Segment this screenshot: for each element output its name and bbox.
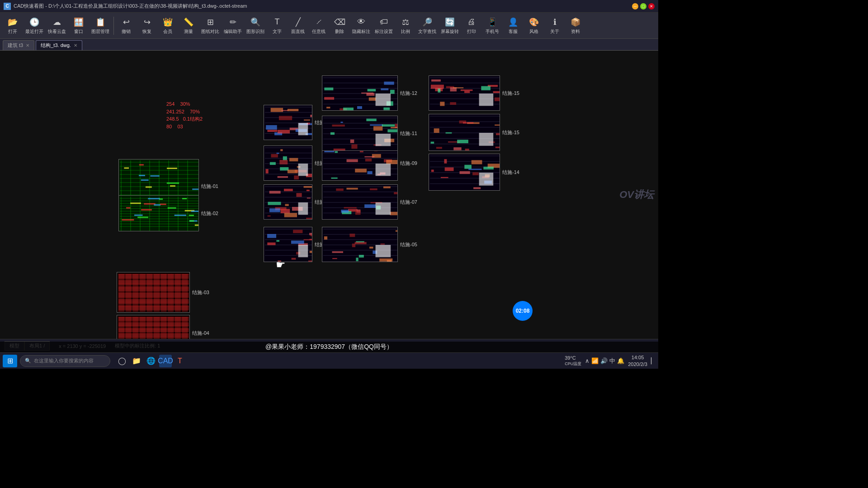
toolbar-item-undo[interactable]: ↩撤销 [116, 14, 136, 38]
toolbar-item-resources[interactable]: 📦资料 [566, 14, 585, 38]
info-line-4: 80 03 [166, 123, 203, 131]
svg-rect-64 [126, 207, 130, 209]
recent-icon: 🕒 [29, 17, 40, 28]
svg-rect-372 [472, 160, 482, 164]
svg-rect-233 [271, 108, 283, 112]
resources-label: 资料 [571, 28, 580, 35]
toolbar-item-recognize[interactable]: 🔍图形识别 [245, 14, 266, 38]
start-button[interactable]: ⊞ [3, 355, 17, 367]
toolbar-item-markset[interactable]: 🏷标注设置 [373, 14, 395, 38]
svg-rect-80 [195, 225, 198, 226]
toolbar-item-style[interactable]: 🎨风格 [524, 14, 544, 38]
tray-notification[interactable]: 🔔 [617, 357, 624, 364]
tab-jianzu[interactable]: 建筑 t3✕ [3, 40, 34, 50]
toolbar-item-compare[interactable]: ⊞图纸对比 [199, 14, 221, 38]
toolbar-item-print[interactable]: 🖨打印 [462, 14, 481, 38]
tray-expand[interactable]: ∧ [585, 357, 590, 364]
info-line-2: 241.252 70% [166, 108, 203, 116]
drawing-thumb-jiegou-07[interactable]: 结施-07 [322, 184, 398, 220]
drawing-thumb-jiegou-11[interactable]: 结施-11 [322, 116, 398, 151]
drawing-thumb-jiegou-15[interactable]: 结施-15 [429, 114, 500, 151]
ratio-icon: ⚖ [400, 17, 411, 28]
svg-rect-116 [118, 293, 189, 298]
toolbar-item-screenrot[interactable]: 🔄屏幕旋转 [439, 14, 461, 38]
svg-rect-301 [331, 178, 337, 179]
drawing-thumb-jiegou-14[interactable]: 结施-14 [429, 154, 500, 191]
toolbar-item-hidemark[interactable]: 👁隐藏标注 [350, 14, 372, 38]
erase-label: 删除 [335, 28, 344, 35]
anyline-label: 任意线 [312, 28, 326, 35]
taskbar-icon-files[interactable]: 📁 [130, 355, 143, 367]
vip-label: 会员 [163, 28, 172, 35]
svg-rect-338 [350, 140, 354, 143]
tray-volume[interactable]: 🔊 [600, 357, 608, 364]
svg-rect-326 [332, 125, 344, 127]
svg-rect-113 [118, 274, 189, 279]
drawing-thumb-jiegou-12[interactable]: 结施-12 [322, 75, 398, 111]
svg-rect-395 [496, 133, 500, 136]
tray-show-desktop[interactable]: ▏ [651, 357, 656, 364]
toolbar-item-window[interactable]: 🪟窗口 [69, 14, 89, 38]
app-logo-overlay: OV讲坛 [619, 188, 654, 202]
taskbar-icon-cortana[interactable]: ◯ [116, 355, 128, 367]
taskbar-icon-browser[interactable]: 🌐 [145, 355, 157, 367]
canvas-area[interactable]: 254 30% 241.252 70% 248.5 0.1结构2 80 03 ☛… [0, 51, 658, 339]
maximize-button[interactable]: □ [640, 3, 646, 9]
svg-rect-150 [118, 317, 189, 321]
drawing-content-jiegou-09 [322, 146, 397, 180]
toolbar-item-about[interactable]: ℹ关于 [545, 14, 565, 38]
tray-network[interactable]: 📶 [591, 357, 599, 364]
svg-rect-246 [288, 109, 298, 111]
taskbar-icon-text[interactable]: T [174, 355, 186, 367]
tab-close-jianzu[interactable]: ✕ [26, 43, 29, 48]
drawing-thumb-jiegou-02[interactable]: 结施-02 [118, 195, 199, 231]
close-button[interactable]: ✕ [648, 3, 655, 9]
drawing-content-jiegou-07 [322, 185, 397, 219]
svg-rect-213 [266, 169, 269, 174]
drawing-label-jiegou-05: 结施-05 [400, 241, 417, 248]
drawing-content-jiegou-05 [322, 227, 397, 262]
toolbar-item-restore[interactable]: ↪恢复 [137, 14, 157, 38]
svg-rect-243 [281, 110, 288, 111]
svg-rect-192 [284, 189, 293, 191]
svg-rect-190 [285, 204, 288, 206]
toolbar-item-textsearch[interactable]: 🔎文字查找 [416, 14, 438, 38]
tray-ime[interactable]: 中 [609, 357, 615, 365]
drawing-thumb-jiegou-13[interactable]: 结施-13 [264, 105, 312, 140]
toolbar-item-recent[interactable]: 🕒最近打开 [24, 14, 45, 38]
toolbar-item-layers[interactable]: 📋图层管理 [90, 14, 111, 38]
svg-rect-405 [431, 142, 434, 144]
drawing-thumb-jiegou-15b[interactable]: 结施-15 [429, 75, 500, 111]
toolbar-item-edithelp[interactable]: ✏编辑助手 [222, 14, 244, 38]
toolbar-item-straightline[interactable]: ╱面直线 [288, 14, 308, 38]
toolbar-item-text[interactable]: T文字 [267, 14, 287, 38]
toolbar-item-measure[interactable]: 📏测量 [179, 14, 198, 38]
taskbar-icon-cad[interactable]: CAD [159, 355, 172, 367]
svg-rect-286 [390, 212, 397, 216]
toolbar-item-erase[interactable]: ⌫删除 [330, 14, 349, 38]
drawing-thumb-jiegou-05[interactable]: 结施-05 [322, 227, 398, 262]
drawing-thumb-jiegou-10[interactable]: 结施-10 [264, 145, 312, 181]
drawing-thumb-jiegou-04[interactable]: 结施-04 [117, 315, 190, 339]
svg-rect-263 [396, 230, 397, 232]
drawing-thumb-jiegou-03[interactable]: 结施-03 [117, 272, 190, 313]
svg-rect-266 [332, 251, 343, 253]
toolbar-item-customer[interactable]: 👤客服 [503, 14, 523, 38]
toolbar-item-anyline[interactable]: ⟋任意线 [309, 14, 329, 38]
svg-rect-267 [380, 244, 385, 244]
toolbar-item-vip[interactable]: 👑会员 [158, 14, 178, 38]
drawing-thumb-jiegou-08[interactable]: 结施-08 [264, 184, 312, 220]
tab-close-jiegou[interactable]: ✕ [74, 43, 77, 48]
drawing-thumb-jiegou-06[interactable]: 结施-06 [264, 227, 312, 262]
taskbar-search[interactable]: 🔍 在这里输入你要搜索的内容 [20, 355, 110, 367]
toolbar-item-mobile[interactable]: 📱手机号 [482, 14, 502, 38]
toolbar-item-ratio[interactable]: ⚖比例 [396, 14, 415, 38]
edithelp-label: 编辑助手 [224, 28, 242, 35]
drawing-label-jiegou-01: 结施-01 [201, 183, 218, 190]
cpu-temp: 39°CCPU温度 [565, 355, 581, 367]
tab-jiegou[interactable]: 结构_t3. dwg.✕ [36, 40, 82, 50]
minimize-button[interactable]: ─ [632, 3, 638, 9]
toolbar-item-cloud[interactable]: ☁快看云盘 [46, 14, 68, 38]
svg-rect-426 [481, 86, 491, 90]
toolbar-item-open[interactable]: 📂打开 [3, 14, 23, 38]
